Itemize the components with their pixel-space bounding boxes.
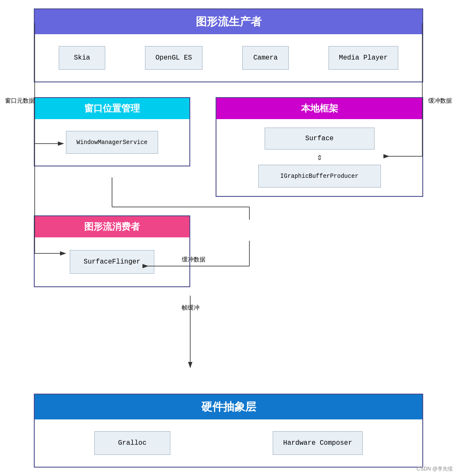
watermark: CSDN @李先懦 — [416, 465, 453, 473]
producer-box: 图形流生产者 Skia OpenGL ES Camera Media Playe… — [34, 8, 423, 82]
local-framework-body: Surface ⇕ IGraphicBufferProducer — [216, 119, 422, 196]
media-player-box: Media Player — [328, 46, 398, 70]
producer-body: Skia OpenGL ES Camera Media Player — [35, 34, 422, 82]
buffer-data-right-label: 缓冲数据 — [428, 97, 452, 105]
window-manager-header: 窗口位置管理 — [35, 98, 189, 119]
consumer-header: 图形流消费者 — [35, 216, 189, 237]
window-manager-body: WindowManagerService — [35, 119, 189, 166]
consumer-box: 图形流消费者 SurfaceFlinger — [34, 215, 190, 287]
surface-box: Surface — [265, 128, 375, 150]
surface-arrow: ⇕ — [317, 150, 322, 165]
window-manager-service-box: WindowManagerService — [66, 131, 158, 154]
hal-header: 硬件抽象层 — [35, 394, 422, 419]
consumer-body: SurfaceFlinger — [35, 237, 189, 286]
hal-body: Gralloc Hardware Composer — [35, 419, 422, 467]
hardware-composer-box: Hardware Composer — [273, 431, 363, 455]
local-framework-box: 本地框架 Surface ⇕ IGraphicBufferProducer — [216, 97, 423, 197]
window-manager-box: 窗口位置管理 WindowManagerService — [34, 97, 190, 166]
producer-header: 图形流生产者 — [35, 9, 422, 34]
window-metadata-label: 窗口元数据 — [5, 97, 35, 105]
igraphic-buffer-producer-box: IGraphicBufferProducer — [258, 165, 381, 188]
local-framework-header: 本地框架 — [216, 98, 422, 119]
hal-box: 硬件抽象层 Gralloc Hardware Composer — [34, 394, 423, 468]
buffer-data-mid-label: 缓冲数据 — [182, 256, 205, 264]
surface-flinger-box: SurfaceFlinger — [70, 250, 154, 274]
skia-box: Skia — [59, 46, 105, 70]
gralloc-box: Gralloc — [94, 431, 170, 455]
diagram-container: 图形流生产者 Skia OpenGL ES Camera Media Playe… — [0, 0, 457, 476]
frame-buffer-label: 帧缓冲 — [182, 304, 200, 312]
opengl-box: OpenGL ES — [145, 46, 203, 70]
camera-box: Camera — [242, 46, 289, 70]
